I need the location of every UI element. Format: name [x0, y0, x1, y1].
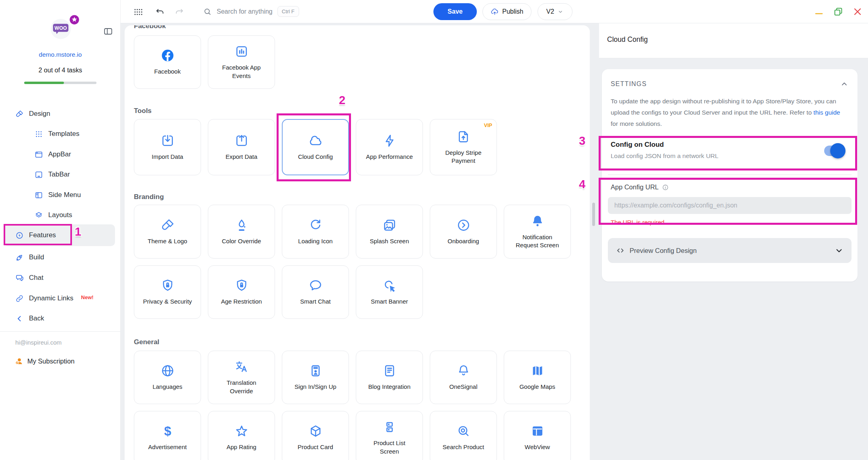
feature-card-label: Smart Chat	[292, 298, 339, 306]
detail-panel-header: Cloud Config	[599, 23, 868, 58]
description-text: To update the app design without re-publ…	[611, 98, 836, 116]
sidebar-item-layouts[interactable]: Layouts	[35, 205, 72, 225]
undo-icon[interactable]	[155, 7, 165, 17]
preview-config-design-button[interactable]: Preview Config Design	[608, 238, 852, 263]
tasks-progress-label: 2 out of 4 tasks	[0, 67, 121, 74]
version-label: V2	[546, 8, 554, 15]
sidebar-item-appbar[interactable]: AppBar	[35, 144, 71, 164]
site-link[interactable]: demo.mstore.io	[0, 51, 121, 58]
bubble-icon	[308, 278, 323, 293]
new-badge: New!	[81, 294, 94, 300]
sidebar-item-build[interactable]: Build	[15, 247, 44, 267]
feature-card-blog-integration[interactable]: Blog Integration	[356, 351, 423, 404]
link-icon	[15, 294, 24, 303]
sidebar-divider	[0, 331, 121, 332]
feature-card-age-restriction[interactable]: Age Restriction	[208, 265, 275, 319]
feature-card-sign-in-sign-up[interactable]: Sign In/Sign Up	[282, 351, 349, 404]
sidebar-item-tabbar[interactable]: TabBar	[35, 164, 70, 185]
app-config-url-input[interactable]	[608, 197, 852, 214]
save-button[interactable]: Save	[433, 3, 477, 20]
sidebar-item-label: Build	[29, 253, 44, 261]
sidebar-item-design[interactable]: Design	[15, 104, 50, 124]
feature-card-privacy-security[interactable]: Privacy & Security	[134, 265, 201, 319]
globe-icon	[160, 363, 175, 378]
sidebar-item-label: My Subscription	[27, 357, 74, 365]
feature-card-onboarding[interactable]: Onboarding	[430, 205, 497, 259]
feature-card-label: Loading Icon	[290, 237, 341, 245]
feature-card-splash-screen[interactable]: Splash Screen	[356, 205, 423, 259]
sidebar: WOO demo.mstore.io 2 out of 4 tasks Desi…	[0, 0, 121, 460]
feature-card-theme-logo[interactable]: Theme & Logo	[134, 205, 201, 259]
feature-card-label: Google Maps	[511, 383, 563, 391]
feature-card-loading-icon[interactable]: Loading Icon	[282, 205, 349, 259]
sidebar-item-label: Chat	[29, 274, 43, 282]
publish-label: Publish	[502, 8, 523, 15]
back-icon	[15, 314, 24, 323]
feature-card-onesignal[interactable]: OneSignal	[430, 351, 497, 404]
config-on-cloud-toggle[interactable]	[824, 146, 844, 156]
feature-card-export-data[interactable]: Export Data	[208, 119, 275, 175]
redo-icon[interactable]	[174, 7, 184, 17]
collapse-sidebar-icon[interactable]	[103, 27, 113, 36]
sidebar-item-chat[interactable]: Chat	[15, 268, 43, 288]
cube-icon	[308, 424, 323, 438]
sidebar-item-features[interactable]: Features	[15, 225, 56, 245]
feature-card-advertisement[interactable]: $Advertisement	[134, 411, 201, 460]
feature-card-deploy-stripe-payment[interactable]: VIPDeploy Stripe Payment	[430, 119, 497, 175]
sidebar-item-side-menu[interactable]: Side Menu	[35, 185, 81, 205]
feature-card-smart-banner[interactable]: Smart Banner	[356, 265, 423, 319]
publish-button[interactable]: Publish	[482, 3, 531, 20]
sidebar-item-templates[interactable]: Templates	[35, 124, 79, 144]
templates-icon	[35, 130, 43, 138]
top-toolbar: Search for anything Ctrl F Save Publish …	[121, 0, 868, 23]
restore-window-icon[interactable]	[833, 7, 843, 16]
subscription-icon	[14, 357, 23, 366]
feature-card-notification-request-screen[interactable]: Notification Request Screen	[504, 205, 571, 259]
shield-lock-icon	[234, 278, 249, 293]
feature-card-languages[interactable]: Languages	[134, 351, 201, 404]
feature-card-label: Product Card	[289, 443, 341, 451]
guide-link[interactable]: this guide	[813, 109, 840, 116]
fb-events-icon	[234, 44, 249, 59]
feature-card-import-data[interactable]: Import Data	[134, 119, 201, 175]
feature-card-google-maps[interactable]: Google Maps	[504, 351, 571, 404]
toggle-knob	[830, 143, 845, 158]
collapse-section-icon[interactable]	[840, 80, 849, 88]
feature-card-cloud-config[interactable]: Cloud Config	[282, 119, 349, 175]
apps-grid-icon[interactable]	[133, 7, 143, 17]
settings-card: SETTINGS To update the app design withou…	[602, 69, 858, 281]
refresh-icon	[308, 218, 323, 232]
star-badge-icon	[68, 14, 80, 26]
feature-card-label: App Rating	[218, 443, 264, 451]
feature-card-color-override[interactable]: Color Override	[208, 205, 275, 259]
sidebar-item-label: TabBar	[48, 170, 70, 179]
section-header-general: General	[134, 338, 159, 346]
feature-card-label: Sign In/Sign Up	[286, 383, 344, 391]
facebook-icon	[160, 48, 175, 63]
feature-card-facebook[interactable]: Facebook	[134, 35, 201, 89]
feature-card-app-performance[interactable]: App Performance	[356, 119, 423, 175]
sidebar-item-back[interactable]: Back	[15, 308, 44, 329]
description-text: for more solutions.	[611, 120, 662, 127]
search-shortcut-badge: Ctrl F	[277, 6, 299, 17]
minimize-window-icon[interactable]	[814, 9, 824, 18]
feature-card-product-list-screen[interactable]: Product List Screen	[356, 411, 423, 460]
global-search[interactable]: Search for anything Ctrl F	[203, 0, 299, 23]
feature-card-translation-override[interactable]: Translation Override	[208, 351, 275, 404]
feature-card-app-rating[interactable]: App Rating	[208, 411, 275, 460]
section-header-facebook: Facebook	[134, 25, 166, 30]
sidebar-item-my-subscription[interactable]: My Subscription	[14, 355, 74, 367]
version-dropdown[interactable]: V2	[538, 3, 573, 20]
feature-card-webview[interactable]: WebView	[504, 411, 571, 460]
feature-card-label: Color Override	[214, 237, 269, 245]
close-window-icon[interactable]	[853, 7, 862, 16]
feature-card-search-product[interactable]: Search Product	[430, 411, 497, 460]
scrollbar-thumb[interactable]	[592, 203, 595, 226]
info-icon[interactable]	[662, 184, 669, 191]
feature-card-product-card[interactable]: Product Card	[282, 411, 349, 460]
sidebar-item-label: Side Menu	[48, 191, 81, 199]
feature-card-smart-chat[interactable]: Smart Chat	[282, 265, 349, 319]
tabbar-icon	[35, 170, 43, 179]
feature-card-facebook-app-events[interactable]: Facebook App Events	[208, 35, 275, 89]
sidebar-item-dynamic-links[interactable]: Dynamic LinksNew!	[15, 288, 94, 308]
